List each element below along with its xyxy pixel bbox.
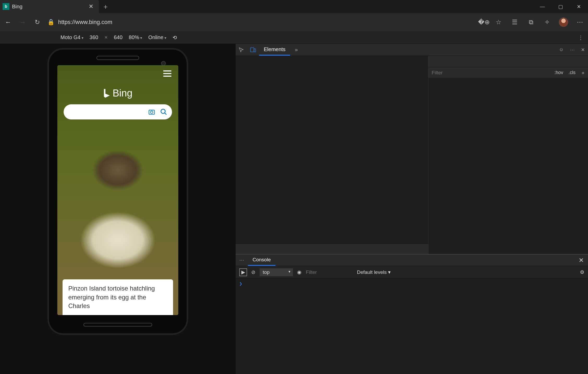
app-menu-button[interactable]: ⋯ xyxy=(575,19,584,26)
dimension-separator: × xyxy=(105,34,108,40)
devtools-tabs: Elements » ☺ ⋯ ✕ xyxy=(236,44,588,56)
favorite-icon[interactable]: ☆ xyxy=(494,19,503,26)
search-icon[interactable] xyxy=(160,108,167,116)
svg-line-3 xyxy=(165,113,167,115)
console-prompt-icon: ❯ xyxy=(239,281,242,286)
throttling-select[interactable]: Online xyxy=(148,34,166,40)
refresh-button[interactable]: ↻ xyxy=(33,19,42,26)
profile-avatar[interactable] xyxy=(559,17,568,27)
lock-icon: 🔒 xyxy=(47,19,54,26)
viewport-width[interactable]: 360 xyxy=(90,34,98,40)
viewport-height[interactable]: 640 xyxy=(114,34,123,40)
console-output[interactable]: ❯ xyxy=(236,279,588,374)
extensions-icon[interactable]: ✧ xyxy=(543,19,552,26)
live-expression-icon[interactable]: ◉ xyxy=(297,269,302,275)
elements-panel xyxy=(236,56,428,254)
camera-search-icon[interactable] xyxy=(148,108,155,116)
clear-console-button[interactable]: ⊘ xyxy=(251,269,255,275)
log-levels-select[interactable]: Default levels ▾ xyxy=(357,269,390,275)
new-tab-button[interactable]: ＋ xyxy=(99,0,112,13)
console-context-select[interactable]: top xyxy=(260,268,293,276)
zoom-select[interactable]: 80% xyxy=(129,34,142,40)
hamburger-icon[interactable] xyxy=(163,70,172,77)
console-drawer-menu[interactable]: ⋯ xyxy=(236,257,248,263)
window-titlebar: b Bing ✕ ＋ — ▢ ✕ xyxy=(0,0,588,13)
dom-tree[interactable] xyxy=(236,56,428,244)
styles-tabs xyxy=(428,56,588,67)
url-text: https://www.bing.com xyxy=(58,19,112,26)
console-sidebar-toggle[interactable]: ▶ xyxy=(239,268,247,276)
css-rules[interactable] xyxy=(428,78,588,254)
styles-panel: :hov .cls ＋ xyxy=(428,56,588,254)
new-style-rule-button[interactable]: ＋ xyxy=(578,70,588,76)
browser-tab[interactable]: b Bing ✕ xyxy=(0,0,99,13)
styles-filter-input[interactable] xyxy=(428,70,552,76)
svg-point-2 xyxy=(161,109,165,113)
image-caption: Pinzon Island tortoise hatchling emergin… xyxy=(63,279,173,315)
close-window-button[interactable]: ✕ xyxy=(570,0,588,13)
devtools-settings-icon[interactable]: ⋯ xyxy=(567,44,578,56)
maximize-button[interactable]: ▢ xyxy=(552,0,570,13)
hero-image xyxy=(57,65,178,315)
bing-wordmark: Bing xyxy=(113,88,132,99)
devtools-feedback-icon[interactable]: ☺ xyxy=(556,44,567,56)
rotate-icon[interactable]: ⟲ xyxy=(173,34,177,41)
devtools-tabs-overflow[interactable]: » xyxy=(290,44,302,56)
device-select[interactable]: Moto G4 xyxy=(60,34,83,40)
console-tab[interactable]: Console xyxy=(248,255,275,266)
favorites-list-icon[interactable]: ☰ xyxy=(510,19,519,26)
url-field[interactable]: 🔒 https://www.bing.com xyxy=(47,19,472,26)
dom-breadcrumbs[interactable] xyxy=(236,244,428,254)
collections-icon[interactable]: ⧉ xyxy=(526,19,535,26)
svg-rect-5 xyxy=(254,49,256,52)
device-toolbar-menu[interactable]: ⋮ xyxy=(578,34,583,41)
bing-logo: Bing xyxy=(103,88,132,99)
bing-mark-icon xyxy=(103,89,111,98)
bing-favicon-icon: b xyxy=(3,3,9,10)
console-filter-input[interactable] xyxy=(306,269,353,275)
address-bar: ← → ↻ 🔒 https://www.bing.com �⊕ ☆ ☰ ⧉ ✧ … xyxy=(0,13,588,31)
close-tab-button[interactable]: ✕ xyxy=(87,3,95,10)
search-input[interactable] xyxy=(64,104,172,119)
page-preview[interactable]: Bing Pinzon Island tortoise hatchling em… xyxy=(57,65,178,315)
device-viewport: Bing Pinzon Island tortoise hatchling em… xyxy=(0,44,236,374)
back-button[interactable]: ← xyxy=(4,19,13,26)
minimize-button[interactable]: — xyxy=(533,0,552,13)
devtools: Elements » ☺ ⋯ ✕ :hov .cls ＋ xyxy=(236,44,588,374)
device-toolbar: Moto G4 360 × 640 80% Online ⟲ ⋮ xyxy=(0,31,588,44)
phone-frame: Bing Pinzon Island tortoise hatchling em… xyxy=(47,48,188,335)
svg-rect-4 xyxy=(250,48,254,52)
tab-title: Bing xyxy=(12,4,87,10)
cls-toggle[interactable]: .cls xyxy=(566,70,578,75)
console-settings-icon[interactable]: ⚙ xyxy=(580,269,584,275)
zoom-icon[interactable]: �⊕ xyxy=(478,19,487,26)
svg-point-1 xyxy=(150,111,153,113)
hov-toggle[interactable]: :hov xyxy=(552,70,566,75)
toggle-device-icon[interactable] xyxy=(247,44,259,56)
styles-filter-bar: :hov .cls ＋ xyxy=(428,67,588,78)
forward-button: → xyxy=(18,19,27,26)
console-close-button[interactable]: ✕ xyxy=(574,257,588,264)
devtools-close-button[interactable]: ✕ xyxy=(578,44,588,56)
inspect-element-icon[interactable] xyxy=(236,44,247,56)
console-drawer: ⋯ Console ✕ ▶ ⊘ top ◉ Default levels ▾ ⚙… xyxy=(236,254,588,374)
devtools-tab-elements[interactable]: Elements xyxy=(259,44,290,56)
window-controls: — ▢ ✕ xyxy=(533,0,588,13)
